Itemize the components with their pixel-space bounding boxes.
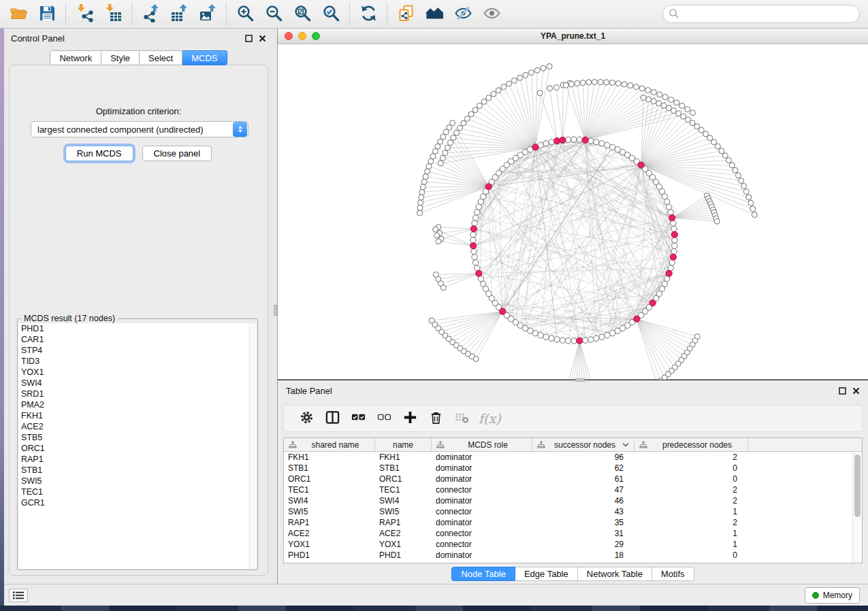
- tab-motifs[interactable]: Motifs: [652, 567, 694, 581]
- network-graph[interactable]: [278, 44, 868, 380]
- zoom-selected-button[interactable]: [317, 3, 345, 26]
- table-scrollbar[interactable]: [852, 452, 862, 563]
- graph-node[interactable]: [538, 333, 543, 338]
- table-cell[interactable]: 18: [532, 550, 634, 560]
- graph-hub-node[interactable]: [649, 300, 656, 306]
- graph-hub-node[interactable]: [470, 226, 477, 232]
- graph-leaf-node[interactable]: [748, 200, 754, 205]
- table-cell[interactable]: 1: [634, 507, 748, 516]
- graph-leaf-node[interactable]: [420, 184, 425, 190]
- graph-leaf-node[interactable]: [592, 80, 597, 85]
- mcds-result-item[interactable]: PMA2: [18, 399, 257, 410]
- graph-leaf-node[interactable]: [553, 85, 559, 90]
- graph-leaf-node[interactable]: [662, 95, 668, 100]
- graph-leaf-node[interactable]: [563, 82, 568, 88]
- graph-leaf-node[interactable]: [547, 64, 552, 69]
- unselect-all-columns-button[interactable]: [371, 407, 397, 430]
- refresh-layout-button[interactable]: [354, 3, 383, 26]
- graph-leaf-node[interactable]: [685, 107, 690, 112]
- graph-leaf-node[interactable]: [451, 135, 456, 140]
- graph-hub-node[interactable]: [470, 243, 477, 249]
- table-cell[interactable]: 47: [532, 485, 634, 495]
- graph-leaf-node[interactable]: [507, 81, 512, 86]
- settings-button[interactable]: [293, 407, 319, 430]
- graph-node[interactable]: [588, 337, 594, 342]
- table-cell[interactable]: YOX1: [375, 540, 432, 549]
- graph-leaf-node[interactable]: [430, 154, 436, 159]
- table-cell[interactable]: ACE2: [375, 529, 432, 538]
- graph-node[interactable]: [666, 204, 672, 210]
- graph-leaf-node[interactable]: [657, 92, 662, 97]
- run-mcds-button[interactable]: Run MCDS: [65, 146, 133, 161]
- graph-node[interactable]: [672, 237, 677, 243]
- graph-leaf-node[interactable]: [517, 75, 523, 80]
- graph-leaf-node[interactable]: [438, 161, 443, 166]
- mcds-result-item[interactable]: SWI5: [18, 476, 257, 486]
- table-row[interactable]: RAP1RAP1dominator352: [284, 517, 852, 528]
- first-neighbors-button[interactable]: [420, 3, 449, 26]
- graph-leaf-node[interactable]: [443, 150, 448, 156]
- graph-node[interactable]: [582, 337, 588, 343]
- show-all-button[interactable]: [477, 3, 506, 26]
- tab-node-table[interactable]: Node Table: [451, 567, 515, 581]
- mcds-result-item[interactable]: STB1: [18, 465, 257, 476]
- table-cell[interactable]: FKH1: [375, 452, 432, 462]
- mcds-result-item[interactable]: STP4: [18, 345, 257, 356]
- graph-node[interactable]: [554, 337, 560, 342]
- graph-leaf-node[interactable]: [707, 135, 713, 141]
- column-header-shared-name[interactable]: shared name: [284, 438, 375, 451]
- table-cell[interactable]: 1: [634, 540, 748, 549]
- graph-leaf-node[interactable]: [423, 174, 428, 180]
- graph-leaf-node[interactable]: [679, 103, 685, 109]
- select-all-columns-button[interactable]: [345, 407, 371, 430]
- criterion-dropdown[interactable]: largest connected component (undirected): [31, 121, 248, 137]
- graph-node[interactable]: [549, 139, 554, 145]
- memory-button[interactable]: Memory: [805, 587, 860, 604]
- graph-node[interactable]: [594, 139, 599, 145]
- mcds-result-item[interactable]: YOX1: [18, 367, 257, 378]
- table-cell[interactable]: SWI5: [375, 507, 432, 516]
- graph-hub-node[interactable]: [671, 231, 677, 237]
- graph-leaf-node[interactable]: [425, 169, 430, 174]
- table-cell[interactable]: 2: [634, 485, 748, 495]
- table-cell[interactable]: TEC1: [375, 485, 432, 495]
- vertical-split-handle[interactable]: [274, 305, 277, 316]
- graph-leaf-node[interactable]: [417, 205, 423, 210]
- graph-leaf-node[interactable]: [741, 184, 747, 189]
- table-cell[interactable]: connector: [432, 507, 532, 516]
- graph-leaf-node[interactable]: [604, 80, 609, 85]
- graph-leaf-node[interactable]: [457, 125, 463, 131]
- graph-leaf-node[interactable]: [450, 120, 455, 126]
- graph-node[interactable]: [471, 248, 477, 254]
- tab-style[interactable]: Style: [101, 50, 140, 65]
- network-canvas[interactable]: [278, 44, 868, 379]
- graph-node[interactable]: [599, 141, 605, 146]
- graph-hub-node[interactable]: [670, 254, 676, 260]
- tab-mcds[interactable]: MCDS: [182, 50, 227, 65]
- table-cell[interactable]: 96: [532, 452, 634, 462]
- graph-leaf-node[interactable]: [568, 82, 574, 87]
- graph-leaf-node[interactable]: [726, 158, 731, 163]
- export-image-button[interactable]: [193, 3, 222, 26]
- table-cell[interactable]: 61: [532, 474, 634, 484]
- graph-leaf-node[interactable]: [472, 108, 478, 113]
- graph-leaf-node[interactable]: [622, 82, 627, 87]
- graph-leaf-node[interactable]: [428, 159, 434, 164]
- mcds-result-item[interactable]: FKH1: [18, 410, 257, 421]
- graph-node[interactable]: [473, 260, 479, 265]
- tab-edge-table[interactable]: Edge Table: [515, 567, 578, 581]
- graph-leaf-node[interactable]: [645, 88, 651, 93]
- result-list-scrollbar[interactable]: [249, 323, 257, 569]
- column-header-predecessor-nodes[interactable]: predecessor nodes: [634, 438, 748, 451]
- graph-leaf-node[interactable]: [454, 130, 460, 135]
- graph-leaf-node[interactable]: [534, 67, 540, 73]
- table-cell[interactable]: connector: [432, 485, 532, 495]
- graph-hub-node[interactable]: [532, 144, 539, 150]
- graph-leaf-node[interactable]: [586, 80, 592, 85]
- close-panel-button[interactable]: Close panel: [142, 146, 212, 161]
- table-cell[interactable]: ORC1: [375, 474, 432, 484]
- graph-hub-node[interactable]: [577, 337, 583, 344]
- graph-leaf-node[interactable]: [434, 233, 440, 238]
- graph-node[interactable]: [599, 334, 605, 340]
- mcds-result-item[interactable]: ORC1: [18, 443, 257, 454]
